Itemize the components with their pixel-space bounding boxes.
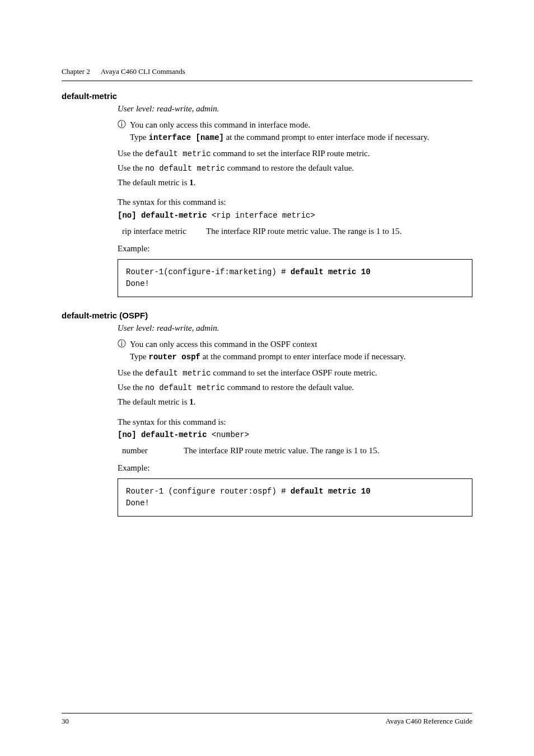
text: command to restore the default value. bbox=[225, 383, 354, 392]
param-name: rip interface metric bbox=[122, 227, 206, 236]
code-box: Router-1 (configure router:ospf) # defau… bbox=[118, 478, 472, 516]
note-post: at the command prompt to enter interface… bbox=[224, 133, 429, 142]
text: Use the bbox=[118, 163, 145, 172]
param-name: number bbox=[122, 446, 184, 456]
syntax-label: The syntax for this command is: bbox=[118, 196, 472, 209]
text: command to restore the default value. bbox=[225, 163, 354, 172]
text: Use the bbox=[118, 368, 145, 377]
note-post: at the command prompt to enter interface… bbox=[200, 352, 406, 361]
footer: 30 Avaya C460 Reference Guide bbox=[62, 713, 472, 726]
user-level: User level: read-write, admin. bbox=[118, 323, 472, 333]
default-value: 1 bbox=[189, 178, 194, 187]
section-heading-default-metric-ospf: default-metric (OSPF) bbox=[62, 311, 472, 320]
default-value: 1 bbox=[189, 397, 194, 406]
example-label: Example: bbox=[118, 463, 472, 473]
example-label: Example: bbox=[118, 244, 472, 253]
section2-body: User level: read-write, admin. ⓘ You can… bbox=[118, 323, 472, 516]
note-pre: Type bbox=[130, 352, 149, 361]
section1-body: User level: read-write, admin. ⓘ You can… bbox=[118, 104, 472, 297]
page: Chapter 2 Avaya C460 CLI Commands defaul… bbox=[0, 0, 534, 756]
inline-code: default metric bbox=[145, 149, 211, 158]
code-command: default metric 10 bbox=[291, 487, 371, 496]
note-row: ⓘ You can only access this command in in… bbox=[118, 119, 472, 130]
paragraph: The default metric is 1. bbox=[118, 177, 472, 189]
header-rule bbox=[62, 81, 472, 81]
note-command: interface [name] bbox=[149, 133, 224, 142]
paragraph: The default metric is 1. bbox=[118, 396, 472, 408]
note-text-line1: You can only access this command in inte… bbox=[130, 119, 310, 130]
code-prompt: Router-1 (configure router:ospf) # bbox=[126, 487, 291, 496]
paragraph: Use the no default metric command to res… bbox=[118, 162, 472, 175]
info-icon: ⓘ bbox=[118, 119, 130, 130]
syntax-rest: <number> bbox=[207, 430, 250, 439]
paragraph: Use the default metric command to set th… bbox=[118, 148, 472, 160]
inline-code: no default metric bbox=[145, 383, 225, 392]
code-line: Router-1(configure-if:marketing) # defau… bbox=[126, 266, 464, 278]
info-icon: ⓘ bbox=[118, 339, 130, 350]
param-desc: The interface RIP route metric value. Th… bbox=[184, 446, 379, 456]
user-level: User level: read-write, admin. bbox=[118, 104, 472, 114]
note-text-line1: You can only access this command in the … bbox=[130, 339, 317, 350]
syntax-bold: [no] default-metric bbox=[118, 430, 207, 439]
syntax-line: [no] default-metric <number> bbox=[118, 430, 472, 439]
text: command to set the interface RIP route m… bbox=[211, 149, 370, 158]
page-number: 30 bbox=[62, 717, 69, 726]
text: Use the bbox=[118, 149, 145, 158]
note-pre: Type bbox=[130, 133, 149, 142]
text: command to set the interface OSPF route … bbox=[211, 368, 377, 377]
note-continuation: Type router ospf at the command prompt t… bbox=[130, 351, 472, 363]
paragraph: Use the default metric command to set th… bbox=[118, 367, 472, 379]
text: The default metric is bbox=[118, 397, 189, 406]
syntax-line: [no] default-metric <rip interface metri… bbox=[118, 211, 472, 220]
text: Use the bbox=[118, 383, 145, 392]
param-desc: The interface RIP route metric value. Th… bbox=[206, 227, 401, 236]
code-output: Done! bbox=[126, 278, 464, 290]
note-row: ⓘ You can only access this command in th… bbox=[118, 339, 472, 350]
paragraph: Use the no default metric command to res… bbox=[118, 382, 472, 394]
code-prompt: Router-1(configure-if:marketing) # bbox=[126, 267, 291, 276]
text: . bbox=[194, 178, 196, 187]
text: The default metric is bbox=[118, 178, 189, 187]
syntax-bold: [no] default-metric bbox=[118, 211, 207, 220]
note-command: router ospf bbox=[149, 353, 200, 361]
doc-title: Avaya C460 Reference Guide bbox=[386, 717, 472, 726]
note-continuation: Type interface [name] at the command pro… bbox=[130, 132, 472, 143]
code-command: default metric 10 bbox=[291, 267, 371, 276]
syntax-rest: <rip interface metric> bbox=[207, 211, 315, 220]
param-row: number The interface RIP route metric va… bbox=[122, 446, 472, 456]
text: . bbox=[194, 397, 196, 406]
param-row: rip interface metric The interface RIP r… bbox=[122, 227, 472, 236]
chapter-title: Avaya C460 CLI Commands bbox=[101, 67, 185, 76]
code-box: Router-1(configure-if:marketing) # defau… bbox=[118, 259, 472, 297]
syntax-label: The syntax for this command is: bbox=[118, 416, 472, 429]
inline-code: no default metric bbox=[145, 164, 225, 173]
code-output: Done! bbox=[126, 497, 464, 509]
chapter-label: Chapter 2 bbox=[62, 67, 90, 76]
code-line: Router-1 (configure router:ospf) # defau… bbox=[126, 486, 464, 497]
running-head: Chapter 2 Avaya C460 CLI Commands bbox=[62, 67, 472, 76]
section-heading-default-metric: default-metric bbox=[62, 91, 472, 101]
inline-code: default metric bbox=[145, 369, 211, 378]
